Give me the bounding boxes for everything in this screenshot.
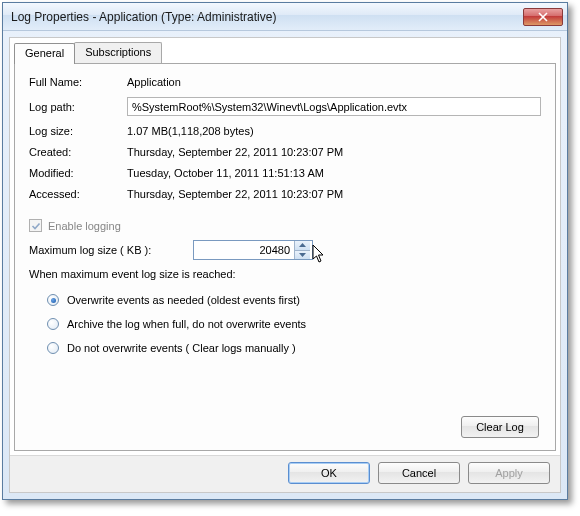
label-accessed: Accessed:	[29, 188, 127, 200]
titlebar: Log Properties - Application (Type: Admi…	[3, 3, 567, 31]
apply-button[interactable]: Apply	[468, 462, 550, 484]
log-path-field[interactable]: %SystemRoot%\System32\Winevt\Logs\Applic…	[127, 97, 541, 116]
value-full-name: Application	[127, 76, 541, 88]
tab-panel-general: Full Name: Application Log path: %System…	[14, 63, 556, 451]
dialog-footer: OK Cancel Apply	[10, 455, 560, 492]
radio-manual-label: Do not overwrite events ( Clear logs man…	[67, 342, 296, 354]
radio-archive-label: Archive the log when full, do not overwr…	[67, 318, 306, 330]
radio-archive[interactable]: Archive the log when full, do not overwr…	[47, 318, 541, 330]
label-log-path: Log path:	[29, 101, 127, 113]
spinner-down[interactable]	[295, 250, 310, 260]
cancel-button[interactable]: Cancel	[378, 462, 460, 484]
radio-overwrite-label: Overwrite events as needed (oldest event…	[67, 294, 300, 306]
label-modified: Modified:	[29, 167, 127, 179]
ok-button[interactable]: OK	[288, 462, 370, 484]
enable-logging-label: Enable logging	[48, 220, 121, 232]
dialog-window: Log Properties - Application (Type: Admi…	[2, 2, 568, 500]
max-size-spinner[interactable]	[193, 240, 313, 260]
cursor-icon	[312, 245, 326, 263]
tab-subscriptions[interactable]: Subscriptions	[74, 42, 162, 63]
spinner-buttons	[294, 241, 310, 259]
radio-overwrite-input[interactable]	[47, 294, 59, 306]
client-area: General Subscriptions Full Name: Applica…	[9, 37, 561, 493]
radio-manual-input[interactable]	[47, 342, 59, 354]
label-max-size: Maximum log size ( KB ):	[29, 244, 193, 256]
chevron-down-icon	[299, 253, 306, 257]
label-created: Created:	[29, 146, 127, 158]
clear-log-button[interactable]: Clear Log	[461, 416, 539, 438]
check-icon	[31, 221, 41, 231]
radio-overwrite[interactable]: Overwrite events as needed (oldest event…	[47, 294, 541, 306]
close-icon	[538, 12, 548, 22]
tab-general[interactable]: General	[14, 43, 75, 64]
value-log-size: 1.07 MB(1,118,208 bytes)	[127, 125, 541, 137]
window-title: Log Properties - Application (Type: Admi…	[11, 10, 523, 24]
radio-manual[interactable]: Do not overwrite events ( Clear logs man…	[47, 342, 541, 354]
value-accessed: Thursday, September 22, 2011 10:23:07 PM	[127, 188, 541, 200]
chevron-up-icon	[299, 243, 306, 247]
value-created: Thursday, September 22, 2011 10:23:07 PM	[127, 146, 541, 158]
max-size-input[interactable]	[194, 241, 294, 259]
spinner-up[interactable]	[295, 241, 310, 250]
value-modified: Tuesday, October 11, 2011 11:51:13 AM	[127, 167, 541, 179]
label-when-reached: When maximum event log size is reached:	[29, 268, 541, 280]
radio-archive-input[interactable]	[47, 318, 59, 330]
label-log-size: Log size:	[29, 125, 127, 137]
enable-logging-checkbox[interactable]	[29, 219, 42, 232]
label-full-name: Full Name:	[29, 76, 127, 88]
tabstrip: General Subscriptions	[10, 38, 560, 63]
close-button[interactable]	[523, 8, 563, 26]
